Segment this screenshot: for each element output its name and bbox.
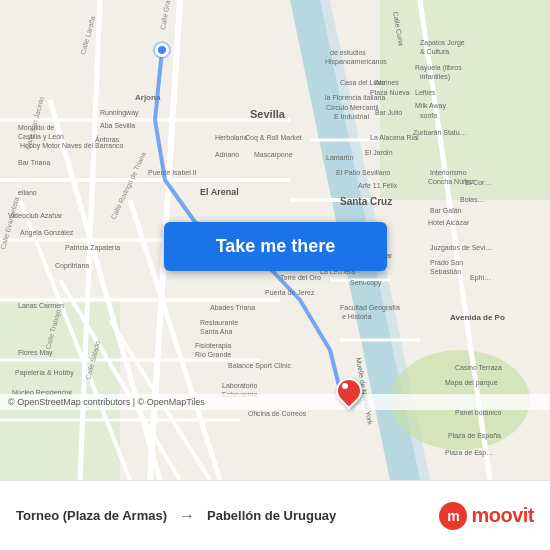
svg-text:Puente Isabel II: Puente Isabel II	[148, 169, 197, 176]
svg-text:Arfe 11  Félix: Arfe 11 Félix	[358, 182, 398, 189]
footer: Torneo (Plaza de Armas) → Pabellón de Ur…	[0, 480, 550, 550]
svg-text:El Patio Sevillano: El Patio Sevillano	[336, 169, 391, 176]
svg-text:Castilla y León: Castilla y León	[18, 133, 64, 141]
footer-route-info: Torneo (Plaza de Armas) → Pabellón de Ur…	[16, 507, 336, 525]
svg-text:Torre del Oro: Torre del Oro	[280, 274, 321, 281]
svg-text:Lanas Carmen: Lanas Carmen	[18, 302, 64, 309]
svg-text:Río Grande: Río Grande	[195, 351, 231, 358]
svg-text:Oficina de Correos: Oficina de Correos	[248, 410, 307, 417]
svg-text:Bar Triana: Bar Triana	[18, 159, 50, 166]
footer-origin-label: Torneo (Plaza de Armas)	[16, 508, 167, 523]
svg-text:El Jardín: El Jardín	[365, 149, 393, 156]
svg-text:Plaza de España: Plaza de España	[448, 432, 501, 440]
svg-text:Zapatos Jorge: Zapatos Jorge	[420, 39, 465, 47]
svg-text:Copritriana: Copritriana	[55, 262, 89, 270]
svg-text:Naves del Barranco: Naves del Barranco	[62, 142, 124, 149]
footer-arrow-icon: →	[179, 507, 195, 525]
map-container: Calle Laraña Calle Gravina Calle San Jac…	[0, 0, 550, 480]
take-me-there-button[interactable]: Take me there	[164, 222, 387, 271]
svg-text:Rayuela (libros: Rayuela (libros	[415, 64, 462, 72]
svg-text:Lamartín: Lamartín	[326, 154, 354, 161]
svg-text:Abades Triana: Abades Triana	[210, 304, 255, 311]
svg-text:Santa Ana: Santa Ana	[200, 328, 232, 335]
moovit-icon: m	[439, 502, 467, 530]
svg-text:Plaza de Esp…: Plaza de Esp…	[445, 449, 493, 457]
svg-text:Facultad Geografía: Facultad Geografía	[340, 304, 400, 312]
svg-text:Círculo Mercantil: Círculo Mercantil	[326, 104, 379, 111]
svg-text:infantiles): infantiles)	[420, 73, 450, 81]
svg-text:Patricia Zapatería: Patricia Zapatería	[65, 244, 120, 252]
svg-text:Bolas…: Bolas…	[460, 196, 485, 203]
svg-text:Fisioterapia: Fisioterapia	[195, 342, 231, 350]
svg-text:Bar Galán: Bar Galán	[430, 207, 462, 214]
footer-destination-label: Pabellón de Uruguay	[207, 508, 336, 523]
svg-text:& Cultura: & Cultura	[420, 48, 449, 55]
svg-text:E Industrial: E Industrial	[334, 113, 369, 120]
svg-text:Mapa del parque: Mapa del parque	[445, 379, 498, 387]
svg-text:Mascarpone: Mascarpone	[254, 151, 293, 159]
svg-text:La Alacena Rial: La Alacena Rial	[370, 134, 419, 141]
svg-text:soofa: soofa	[420, 112, 437, 119]
destination-marker	[336, 378, 358, 406]
svg-text:de estudios: de estudios	[330, 49, 366, 56]
svg-text:Santa Cruz: Santa Cruz	[340, 196, 392, 207]
svg-text:Prado San: Prado San	[430, 259, 463, 266]
svg-text:Sebastián: Sebastián	[430, 268, 461, 275]
svg-text:Hispanoamericanos: Hispanoamericanos	[325, 58, 387, 66]
svg-text:Abrines: Abrines	[375, 79, 399, 86]
svg-text:Laboratorio: Laboratorio	[222, 382, 258, 389]
svg-text:e Historia: e Historia	[342, 313, 372, 320]
svg-text:Videoclub Azahar: Videoclub Azahar	[8, 212, 63, 219]
svg-text:Herbolario: Herbolario	[215, 134, 247, 141]
svg-text:El Cor…: El Cor…	[465, 179, 491, 186]
svg-text:Bar Julio: Bar Julio	[375, 109, 402, 116]
moovit-logo: m moovit	[439, 502, 534, 530]
svg-text:Casino Terraza: Casino Terraza	[455, 364, 502, 371]
svg-text:Avenida de Po: Avenida de Po	[450, 313, 505, 322]
svg-text:Runningway: Runningway	[100, 109, 139, 117]
svg-text:El Arenal: El Arenal	[200, 187, 239, 197]
copyright-text: © OpenStreetMap contributors | © OpenMap…	[0, 394, 550, 410]
svg-text:Interiorismo: Interiorismo	[430, 169, 467, 176]
svg-text:Aba Sevilla: Aba Sevilla	[100, 122, 135, 129]
svg-text:Lefties: Lefties	[415, 89, 436, 96]
svg-text:Milk Away: Milk Away	[415, 102, 446, 110]
svg-text:Balance Sport Clinic: Balance Sport Clinic	[228, 362, 292, 370]
svg-text:Monolito de: Monolito de	[18, 124, 54, 131]
svg-text:ellano: ellano	[18, 189, 37, 196]
svg-text:Plaza Nueva: Plaza Nueva	[370, 89, 410, 96]
svg-text:Adriano: Adriano	[215, 151, 239, 158]
svg-text:Serv-copy: Serv-copy	[350, 279, 382, 287]
svg-text:Papelería & Hobby: Papelería & Hobby	[15, 369, 74, 377]
svg-text:Zurbarán Statu…: Zurbarán Statu…	[413, 129, 467, 136]
svg-text:Ephi…: Ephi…	[470, 274, 491, 282]
moovit-brand-name: moovit	[471, 504, 534, 527]
svg-text:Sevilla: Sevilla	[250, 108, 286, 120]
svg-text:Juzgados de Sevi…: Juzgados de Sevi…	[430, 244, 492, 252]
svg-text:Hotel Alcázar: Hotel Alcázar	[428, 219, 470, 226]
origin-marker	[155, 43, 169, 57]
svg-text:Hobby Motor: Hobby Motor	[20, 142, 61, 150]
svg-text:Flores May: Flores May	[18, 349, 53, 357]
svg-text:Angela González: Angela González	[20, 229, 74, 237]
svg-text:Panel botánico: Panel botánico	[455, 409, 501, 416]
svg-text:Restaurante: Restaurante	[200, 319, 238, 326]
footer-route-row: Torneo (Plaza de Armas) → Pabellón de Ur…	[16, 507, 336, 525]
svg-text:Coq & Roll Market: Coq & Roll Market	[245, 134, 302, 142]
